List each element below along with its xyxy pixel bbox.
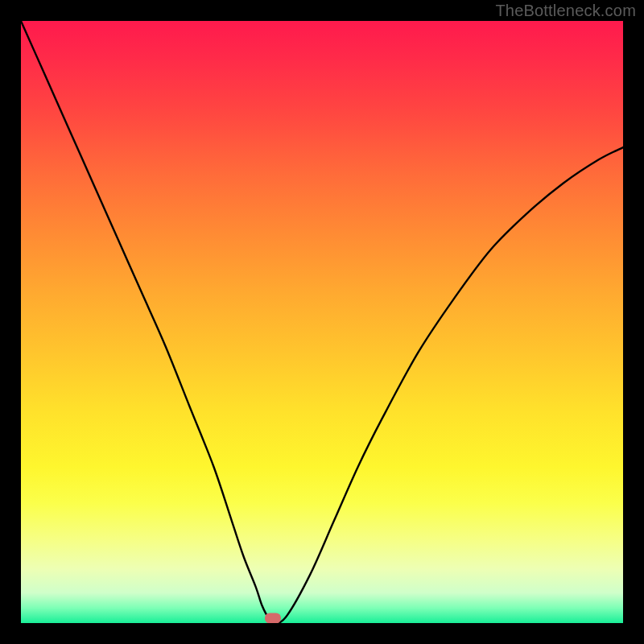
chart-frame: TheBottleneck.com — [0, 0, 644, 644]
plot-area — [21, 21, 623, 623]
watermark-text: TheBottleneck.com — [495, 2, 636, 20]
minimum-marker — [265, 613, 281, 623]
bottleneck-curve — [21, 21, 623, 623]
